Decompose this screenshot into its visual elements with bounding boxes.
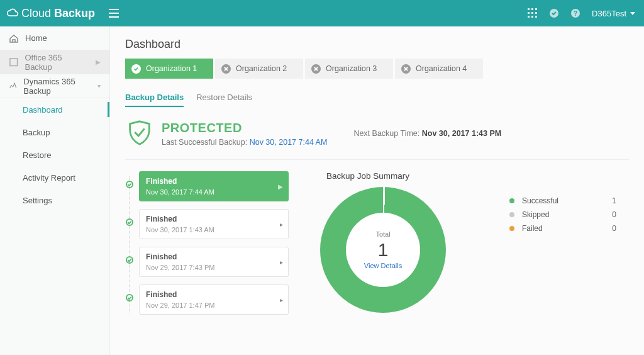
svg-rect-7 [531,16,533,18]
chevron-right-icon: ▶ [278,183,283,190]
svg-text:?: ? [574,10,577,17]
next-backup-time: Nov 30, 2017 1:43 PM [422,129,501,138]
legend-failed: Failed 0 [509,224,616,233]
user-menu[interactable]: D365Test [592,9,635,18]
tab-organization-1[interactable]: Organization 1 [125,59,213,79]
caret-down-icon [630,12,635,15]
total-value: 1 [378,239,389,261]
check-circle-icon [126,218,133,226]
timeline-item[interactable]: Finished Nov 30, 2017 7:44 AM ▶ [139,171,289,201]
cloud-icon [6,7,19,20]
view-details-link[interactable]: View Details [364,262,402,269]
tab-organization-4[interactable]: Organization 4 [395,59,483,79]
donut-chart: Total 1 View Details [320,187,446,313]
dynamics-icon [9,81,17,91]
x-icon [311,64,321,74]
dot-icon [509,226,514,231]
topbar-right: ? D365Test [528,8,635,18]
chevron-down-icon: ▾ [97,82,101,89]
last-backup-line: Last Successful Backup: Nov 30, 2017 7:4… [162,138,327,147]
organization-tabs: Organization 1 Organization 2 Organizati… [125,59,629,79]
chevron-right-icon: ▶ [96,59,101,65]
dot-icon [509,212,514,217]
timeline-item[interactable]: Finished Nov 30, 2017 1:43 AM ▸ [139,209,289,239]
svg-rect-6 [528,16,530,18]
backup-timeline: Finished Nov 30, 2017 7:44 AM ▶ Finished… [125,171,289,322]
chevron-right-icon: ▸ [280,221,283,228]
check-circle-icon [126,294,133,301]
tab-organization-2[interactable]: Organization 2 [215,59,303,79]
chevron-right-icon: ▸ [280,259,283,266]
timeline-item[interactable]: Finished Nov 29, 2017 7:43 PM ▸ [139,247,289,277]
summary-title: Backup Job Summary [326,171,629,181]
svg-rect-8 [535,16,537,18]
nav-dynamics365-backup[interactable]: Dynamics 365 Backup ▾ [0,74,109,98]
tab-organization-3[interactable]: Organization 3 [305,59,393,79]
home-icon [9,33,19,43]
timeline-item[interactable]: Finished Nov 29, 2017 1:47 PM ▸ [139,285,289,315]
nav-label: Home [25,33,47,43]
protection-status: PROTECTED Last Successful Backup: Nov 30… [125,114,629,160]
svg-rect-0 [528,8,530,10]
nav-sub-backup[interactable]: Backup [0,121,109,144]
svg-rect-1 [531,8,533,10]
nav-sub-settings[interactable]: Settings [0,189,109,211]
nav-sub-activity-report[interactable]: Activity Report [0,166,109,189]
svg-rect-5 [535,12,537,14]
legend-skipped: Skipped 0 [509,210,616,219]
status-icon[interactable] [549,8,559,18]
nav-office365-backup[interactable]: Office 365 Backup ▶ [0,50,109,74]
dot-icon [509,198,514,203]
subtab-backup-details[interactable]: Backup Details [125,93,184,107]
product-logo[interactable]: Cloud Backup [6,7,95,20]
nav-home[interactable]: Home [0,26,109,50]
product-name: Cloud Backup [21,7,95,20]
nav-label: Office 365 Backup [25,53,89,72]
legend-successful: Successful 1 [509,196,616,205]
shield-check-icon [131,64,141,74]
menu-toggle-button[interactable] [109,9,119,18]
next-backup-line: Next Backup Time: Nov 30, 2017 1:43 PM [353,129,501,138]
nav-label: Dynamics 365 Backup [23,77,91,96]
main-content: Dashboard Organization 1 Organization 2 … [110,26,644,355]
apps-icon[interactable] [528,8,538,18]
check-circle-icon [126,181,133,188]
svg-rect-4 [531,12,533,14]
x-icon [221,64,231,74]
x-icon [401,64,411,74]
shield-icon [125,119,154,148]
office-icon [9,57,18,67]
sidebar: Home Office 365 Backup ▶ Dynamics 365 Ba… [0,26,110,355]
backup-job-summary: Backup Job Summary Total 1 View Details … [308,171,629,322]
svg-rect-2 [535,8,537,10]
chevron-right-icon: ▸ [280,296,283,303]
chart-legend: Successful 1 Skipped 0 Failed 0 [509,196,616,238]
topbar: Cloud Backup ? D365Test [0,0,644,26]
total-label: Total [375,230,390,238]
help-icon[interactable]: ? [570,8,580,18]
nav-sub-restore[interactable]: Restore [0,144,109,166]
last-backup-time[interactable]: Nov 30, 2017 7:44 AM [250,138,328,147]
user-name: D365Test [592,9,626,18]
protected-title: PROTECTED [162,121,327,135]
svg-rect-12 [10,59,18,66]
nav-sub-dashboard[interactable]: Dashboard [0,98,109,121]
subtab-restore-details[interactable]: Restore Details [196,93,252,107]
page-title: Dashboard [125,26,629,59]
check-circle-icon [126,256,133,264]
detail-subtabs: Backup Details Restore Details [125,93,629,108]
svg-rect-3 [528,12,530,14]
